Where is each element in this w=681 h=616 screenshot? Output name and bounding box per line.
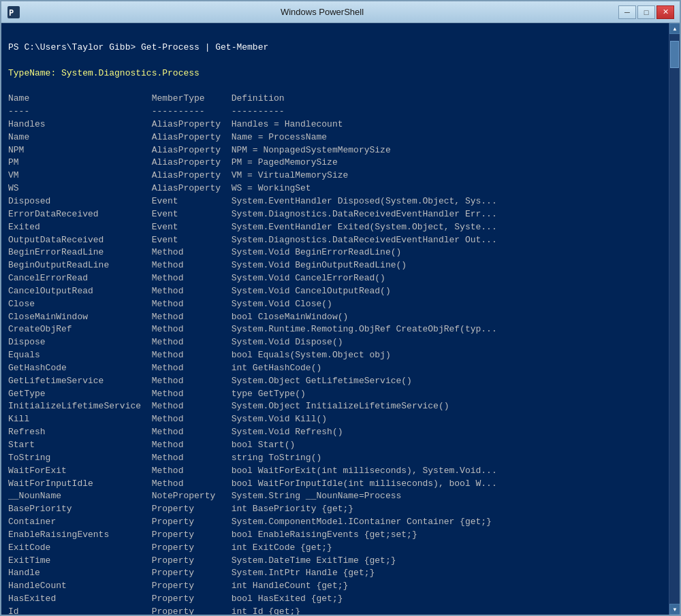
- row-gethashcode: GetHashCode Method int GetHashCode(): [8, 363, 321, 373]
- row-kill: Kill Method System.Void Kill(): [8, 414, 327, 424]
- row-nounname: __NounName NoteProperty System.String __…: [8, 491, 401, 501]
- row-start: Start Method bool Start(): [8, 440, 295, 450]
- row-refresh: Refresh Method System.Void Refresh(): [8, 427, 343, 437]
- row-errordatareceived: ErrorDataReceived Event System.Diagnosti…: [8, 209, 497, 219]
- scrollbar[interactable]: ▲ ▼: [669, 23, 680, 615]
- app-icon: P: [7, 5, 20, 19]
- row-waitforinputidle: WaitForInputIdle Method bool WaitForInpu…: [8, 479, 497, 489]
- title-bar: P Windows PowerShell ─ □ ✕: [1, 1, 680, 23]
- scroll-track[interactable]: [669, 34, 680, 604]
- row-dispose: Dispose Method System.Void Dispose(): [8, 337, 343, 347]
- row-enableraisingevents: EnableRaisingEvents Property bool Enable…: [8, 530, 417, 540]
- row-exittime: ExitTime Property System.DateTime ExitTi…: [8, 555, 396, 566]
- row-outputdatareceived: OutputDataReceived Event System.Diagnost…: [8, 235, 497, 245]
- row-gettype: GetType Method type GetType(): [8, 389, 306, 399]
- scroll-up-button[interactable]: ▲: [669, 23, 680, 34]
- typename-line: TypeName: System.Diagnostics.Process: [8, 68, 200, 78]
- row-container: Container Property System.ComponentModel…: [8, 517, 492, 527]
- row-cancelerrorread: CancelErrorRead Method System.Void Cance…: [8, 273, 385, 283]
- scroll-thumb[interactable]: [670, 41, 679, 68]
- row-pm: PM AliasProperty PM = PagedMemorySize: [8, 157, 338, 167]
- column-header: Name MemberType Definition: [8, 93, 285, 103]
- row-handlecount: HandleCount Property int HandleCount {ge…: [8, 581, 348, 591]
- window-title: Windows PowerShell: [26, 7, 618, 17]
- row-hasexited: HasExited Property bool HasExited {get;}: [8, 594, 343, 604]
- row-beginoutputreadline: BeginOutputReadLine Method System.Void B…: [8, 260, 407, 270]
- window-controls: ─ □ ✕: [618, 5, 674, 19]
- row-tostring: ToString Method string ToString(): [8, 453, 321, 463]
- row-waitforexit: WaitForExit Method bool WaitForExit(int …: [8, 466, 497, 476]
- terminal-area: PS C:\Users\Taylor Gibb> Get-Process | G…: [1, 23, 680, 615]
- row-beginerrorreadline: BeginErrorReadLine Method System.Void Be…: [8, 247, 401, 257]
- minimize-button[interactable]: ─: [618, 5, 636, 19]
- row-canceloutputread: CancelOutputRead Method System.Void Canc…: [8, 286, 391, 296]
- svg-text:P: P: [9, 8, 14, 18]
- row-name: Name AliasProperty Name = ProcessName: [8, 132, 327, 142]
- row-close: Close Method System.Void Close(): [8, 299, 332, 309]
- row-getlifetimeservice: GetLifetimeService Method System.Object …: [8, 376, 412, 386]
- command-line: PS C:\Users\Taylor Gibb> Get-Process | G…: [8, 42, 268, 52]
- row-handle: Handle Property System.IntPtr Handle {ge…: [8, 568, 375, 578]
- row-exitcode: ExitCode Property int ExitCode {get;}: [8, 542, 332, 553]
- row-createobjref: CreateObjRef Method System.Runtime.Remot…: [8, 324, 497, 334]
- close-button[interactable]: ✕: [656, 5, 674, 19]
- row-handles: Handles AliasProperty Handles = Handleco…: [8, 119, 343, 129]
- row-equals: Equals Method bool Equals(System.Object …: [8, 350, 391, 360]
- row-vm: VM AliasProperty VM = VirtualMemorySize: [8, 170, 348, 180]
- maximize-button[interactable]: □: [637, 5, 655, 19]
- terminal-content[interactable]: PS C:\Users\Taylor Gibb> Get-Process | G…: [1, 23, 669, 615]
- powershell-window: P Windows PowerShell ─ □ ✕ PS C:\Users\T…: [0, 0, 681, 616]
- row-initializelifetimeservice: InitializeLifetimeService Method System.…: [8, 401, 449, 411]
- row-exited: Exited Event System.EventHandler Exited(…: [8, 222, 497, 232]
- row-id: Id Property int Id {get;}: [8, 606, 300, 615]
- separator-line: ---- ---------- ----------: [8, 106, 285, 116]
- row-closemainwindow: CloseMainWindow Method bool CloseMainWin…: [8, 312, 348, 322]
- row-npm: NPM AliasProperty NPM = NonpagedSystemMe…: [8, 145, 391, 155]
- row-ws: WS AliasProperty WS = WorkingSet: [8, 183, 311, 193]
- row-disposed: Disposed Event System.EventHandler Dispo…: [8, 196, 497, 206]
- scroll-down-button[interactable]: ▼: [669, 604, 680, 615]
- row-basepriority: BasePriority Property int BasePriority {…: [8, 504, 353, 514]
